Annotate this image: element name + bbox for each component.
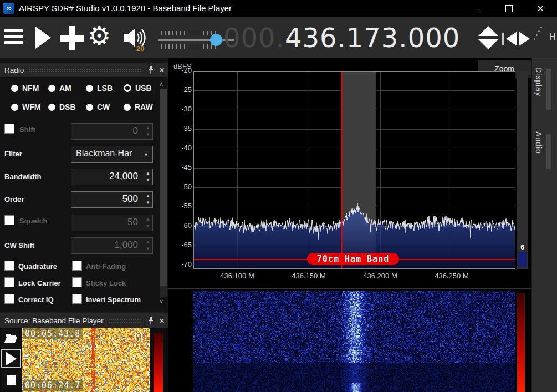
lock-carrier-checkbox[interactable] [4,277,14,287]
minimize-button[interactable]: – [465,0,490,17]
mode-raw[interactable]: RAW [120,103,153,111]
radio-panel-title: Radio [4,66,24,74]
spectrum-canvas[interactable] [193,71,515,269]
invert-spectrum-checkbox[interactable] [72,294,82,304]
pin-icon[interactable] [147,66,155,74]
titlebar: ∞ AIRSPY SDR# Studio v1.0.0.1920 - Baseb… [0,0,557,17]
x-tick: 436.250 M [427,272,477,280]
app-logo-icon: ∞ [3,3,14,14]
volume-value: 20 [136,44,144,53]
mode-dsb[interactable]: DSB [44,103,76,111]
y-tick: -50 [168,182,192,191]
spinner-arrows[interactable]: ▲▼ [146,170,150,184]
main-display-area: dBFS Zoom -20 -25 -30 -35 -40 -45 -50 -5… [168,58,531,392]
maximize-button[interactable] [496,0,522,17]
spinner-arrows[interactable]: ▲▼ [146,216,150,230]
zoom-slider-track[interactable] [517,71,528,269]
dropdown-arrow-icon: ▼ [144,152,149,157]
close-panel-icon[interactable]: × [159,66,165,74]
squelch-checkbox[interactable] [4,215,14,225]
frequency-shift-right-button[interactable] [519,32,530,46]
frequency-step-up-button[interactable] [478,26,498,36]
frequency-shift-left-button[interactable] [506,32,517,46]
start-button[interactable] [35,27,51,49]
frequency-display[interactable]: 000.436.173.000 [223,22,460,53]
radio-panel-header: Radio × [0,63,168,77]
bandwidth-label: Bandwidth [4,172,41,181]
close-panel-icon[interactable]: × [159,317,165,325]
tab-audio[interactable]: Audio [534,131,543,154]
quadrature-checkbox[interactable] [4,261,14,271]
lock-carrier-label: Lock Carrier [18,279,61,287]
pin-icon[interactable] [147,317,155,325]
correct-iq-label: Correct IQ [18,296,54,304]
bandwidth-input[interactable]: 24,000 ▲▼ [71,169,153,185]
close-button[interactable]: × [528,0,553,17]
band-plan-label: 70cm Ham Band [307,253,399,265]
spinner-arrows[interactable]: ▲▼ [146,239,150,252]
add-button[interactable] [60,26,84,50]
squelch-input[interactable]: 50 ▲▼ [71,215,153,231]
radio-circle [86,104,93,111]
scroll-up-arrow[interactable]: ∧ [159,80,167,88]
toolbar: ⚙ 20 000.436.173.000 H [0,17,557,58]
shift-input[interactable]: 0 ▲▼ [71,123,153,140]
scroll-down-arrow[interactable]: ∨ [159,298,167,305]
spectrum-waterfall-divider[interactable] [168,288,531,289]
filter-dropdown[interactable]: Blackman-Har ▼ [71,146,153,163]
mode-wfm[interactable]: WFM [7,103,40,111]
waterfall-level-meter [517,293,525,392]
play-icon [6,352,17,365]
app-window: ∞ AIRSPY SDR# Studio v1.0.0.1920 - Baseb… [0,0,557,392]
source-level-meter [154,333,163,392]
menu-button[interactable] [4,29,23,45]
anti-fading-checkbox[interactable] [72,261,82,271]
tab-display-strip [546,69,551,110]
maximize-icon [505,5,513,12]
volume-slider-knob[interactable] [210,34,222,46]
y-tick: -25 [168,85,192,94]
volume-slider-ticks-bottom [161,44,216,49]
order-input[interactable]: 500 ▲▼ [71,191,153,208]
frequency-caret-bar [502,33,504,45]
mode-lsb[interactable]: LSB [82,84,113,93]
y-tick: -30 [168,105,192,114]
radio-circle [124,104,131,111]
spinner-arrows[interactable]: ▲▼ [146,125,150,138]
filter-label: Filter [4,150,22,158]
invert-spectrum-label: Invert Spectrum [86,296,141,304]
x-tick: 436.100 M [212,272,262,280]
frequency-value: 436.173.000 [285,22,460,53]
sticky-lock-checkbox[interactable] [72,277,82,287]
mode-nfm[interactable]: NFM [7,84,39,93]
source-panel-title: Source: Baseband File Player [4,317,104,325]
x-tick: 436.200 M [355,272,405,280]
folder-icon [4,333,18,343]
open-file-button[interactable] [1,329,21,348]
shift-checkbox[interactable] [4,124,14,134]
y-tick: -45 [168,163,192,172]
stop-file-button[interactable] [1,370,21,389]
cw-shift-input[interactable]: 1,000 ▲▼ [71,237,153,254]
frequency-step-down-button[interactable] [478,39,498,49]
correct-iq-checkbox[interactable] [4,294,14,304]
tab-display[interactable]: Display [534,67,543,96]
zoom-slider-thumb[interactable] [518,252,527,267]
playback-start-time: 00:05:43.8 [23,328,83,339]
stop-icon [7,375,16,385]
left-panel: Radio × NFM AM LSB USB WFM DSB CW RAW Sh… [0,58,168,392]
spinner-arrows[interactable]: ▲▼ [146,193,150,206]
scrollbar-thumb[interactable] [160,89,167,286]
x-tick: 436.150 M [284,272,334,280]
radio-circle [48,104,55,111]
side-tab-strip: Display Audio [531,58,557,392]
quadrature-label: Quadrature [18,262,57,271]
mode-usb[interactable]: USB [120,84,152,93]
play-file-button[interactable] [1,349,21,368]
mode-am[interactable]: AM [44,84,71,93]
settings-button[interactable]: ⚙ [88,22,111,50]
mode-cw[interactable]: CW [82,103,110,111]
squelch-label: Squelch [19,217,48,225]
radio-circle [86,85,93,92]
waterfall-canvas[interactable] [193,291,515,392]
